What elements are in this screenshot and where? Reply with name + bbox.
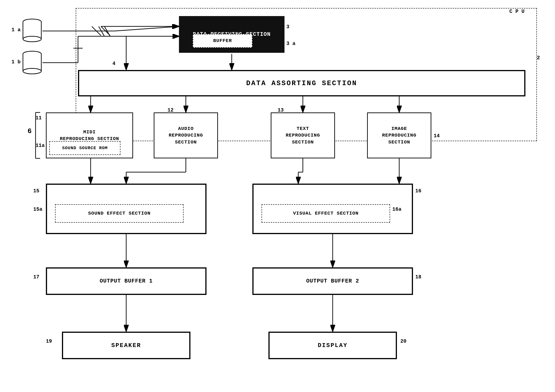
label-1b: 1 b (11, 59, 21, 65)
label-11a: 11a (36, 143, 45, 148)
label-4: 4 (112, 61, 115, 67)
label-19: 19 (46, 339, 52, 344)
label-6: 6 (28, 127, 32, 135)
label-3: 3 (286, 24, 289, 30)
label-1a: 1 a (11, 27, 21, 33)
text-reproducing-box: TEXT REPRODUCING SECTION (271, 112, 335, 158)
label-2: 2 (537, 55, 540, 61)
data-assorting-box: DATA ASSORTING SECTION (78, 70, 526, 96)
label-3a: 3 a (286, 41, 296, 47)
image-reproducing-box: IMAGE REPRODUCING SECTION (367, 112, 431, 158)
cpu-label: C P U (509, 9, 525, 15)
output-buffer1-box: OUTPUT BUFFER 1 (46, 267, 206, 295)
label-11: 11 (36, 115, 42, 121)
label-13: 13 (278, 107, 284, 113)
svg-point-4 (23, 36, 41, 42)
speaker-box: SPEAKER (62, 332, 190, 359)
label-16a: 16a (392, 207, 402, 212)
label-20: 20 (400, 339, 406, 344)
cylinder-1b (22, 51, 43, 76)
display-box: DISPLAY (269, 332, 397, 359)
label-15a: 15a (33, 207, 43, 212)
label-14: 14 (434, 133, 440, 139)
sound-source-rom-box: SOUND SOURCE ROM (49, 141, 120, 155)
cylinder-1a (22, 18, 43, 44)
label-16: 16 (415, 188, 421, 194)
output-buffer2-box: OUTPUT BUFFER 2 (252, 267, 413, 295)
visual-effect-box: VISUAL EFFECT SECTION (262, 204, 390, 223)
sound-effect-box: SOUND EFFECT SECTION (55, 204, 183, 223)
label-12: 12 (168, 107, 174, 113)
label-17: 17 (33, 274, 39, 280)
buffer-box: BUFFER (193, 34, 252, 48)
label-18: 18 (415, 274, 421, 280)
svg-point-9 (23, 68, 41, 74)
audio-reproducing-box: AUDIO REPRODUCING SECTION (154, 112, 218, 158)
label-15: 15 (33, 188, 39, 194)
